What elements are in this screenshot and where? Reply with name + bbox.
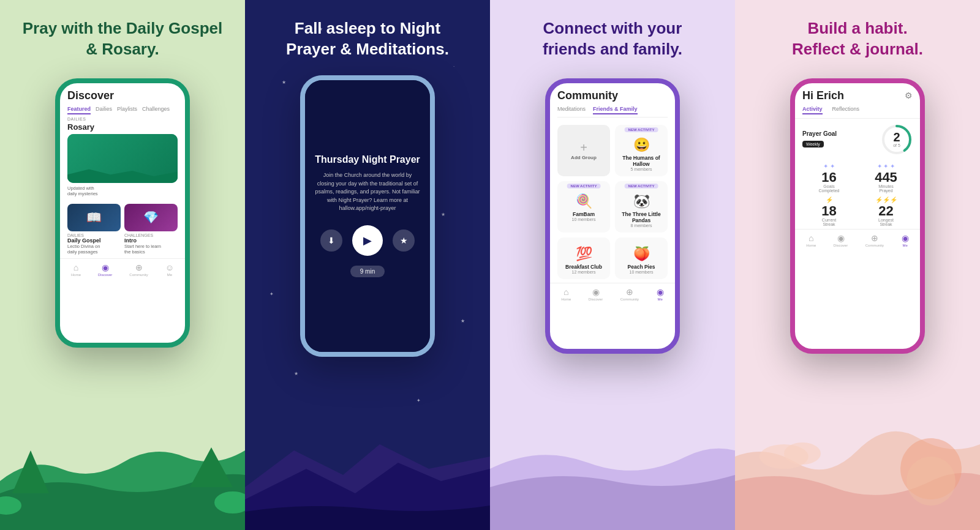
nav-community-4[interactable]: ⊕ Community [865,233,884,247]
tab-featured[interactable]: Featured [67,105,91,114]
nav-discover-label-1: Discover [98,273,112,277]
dailies-label: DAILIES [67,117,178,121]
tab-playlists[interactable]: Playlists [117,105,137,114]
sparkle-icon-1: ✦ ✦ [823,163,835,170]
discover-header: Discover Featured Dailies Playlists Chal… [60,83,185,117]
rosary-image[interactable] [67,134,178,183]
group-three-pandas[interactable]: NEW ACTIVITY 🐼 The Three Little Pandas 8… [615,181,668,233]
new-activity-badge-2: NEW ACTIVITY [567,184,601,188]
group-breakfast-club[interactable]: 💯 Breakfast Club 12 members [557,237,610,279]
group-peach-pies[interactable]: 🍑 Peach Pies 10 members [615,237,668,279]
svg-point-19 [907,457,956,506]
nav-me-3[interactable]: ◉ Me [657,287,664,301]
svg-marker-11 [12,450,49,493]
daily-gospel-desc: Lectio Divina ondaily passages [67,244,121,255]
community-title: Community [557,89,668,102]
nav-home-4[interactable]: ⌂ Home [806,233,816,247]
group-emoji-1: 😀 [633,137,650,153]
sparkle-icon-2: ✦ ✦ ✦ [877,163,895,170]
svg-point-20 [760,444,809,469]
intro-card[interactable]: 💎 CHALLENGES Intro Start here to learnth… [124,204,178,255]
panel-2-bg [245,408,490,530]
tab-activity[interactable]: Activity [802,106,823,114]
intro-image: 💎 [124,204,178,231]
panel-3-title: Connect with yourfriends and family. [543,18,682,60]
tab-challenges[interactable]: Challenges [142,105,170,114]
svg-point-15 [214,491,245,513]
daily-gospel-card[interactable]: 📖 DAILIES Daily Gospel Lectio Divina ond… [67,204,121,255]
group-name-4: Breakfast Club [565,264,602,270]
nav-community-label-3: Community [620,297,639,301]
nav-me-label-4: Me [903,244,908,247]
minutes-prayed-number: 445 [875,171,897,184]
group-emoji-2: 🍭 [576,193,592,209]
lightning-icon-1: ⚡ [826,196,833,203]
community-icon-1: ⊕ [135,263,143,272]
rosary-bg-landscape [67,166,178,182]
lightning-icon-2: ⚡⚡⚡ [875,196,897,203]
gear-icon[interactable]: ⚙ [905,91,913,100]
panel-night-prayer: ★ ✦ ★ ✦ · ★ ✦ ★ · ★ ★ ✦ Fall asleep to N… [245,0,490,530]
panel-daily-gospel: Pray with the Daily Gospel & Rosary. Dis… [0,0,245,530]
tab-reflections[interactable]: Reflections [832,106,860,114]
nav-me-4[interactable]: ◉ Me [902,233,909,247]
svg-point-21 [784,442,821,465]
nav-discover-4[interactable]: ◉ Discover [834,233,848,247]
group-emoji-4: 💯 [576,246,592,262]
panel-2-heading: Fall asleep to NightPrayer & Meditations… [268,0,467,72]
goal-circle: 2 of 5 [881,124,913,155]
nav-home-3[interactable]: ⌂ Home [561,287,571,301]
download-button[interactable]: ⬇ [320,230,342,252]
panel-profile: Build a habit.Reflect & journal. Hi Eric… [735,0,980,530]
stat-minutes-prayed: ✦ ✦ ✦ 445 MinutesPrayed [859,163,913,193]
rosary-section: DAILIES Rosary [60,117,185,200]
daily-gospel-image: 📖 [67,204,121,231]
nav-community-3[interactable]: ⊕ Community [620,287,639,301]
community-icon-4: ⊕ [871,233,878,243]
nav-discover-3[interactable]: ◉ Discover [589,287,603,301]
new-activity-badge-1: NEW ACTIVITY [625,127,658,132]
profile-header: Hi Erich ⚙ [795,83,920,106]
discover-icon-3: ◉ [592,287,600,297]
nav-community-1[interactable]: ⊕ Community [129,263,148,277]
profile-greeting: Hi Erich [802,89,844,102]
stat-goals-completed: ✦ ✦ 16 GoalsCompleted [802,163,856,193]
night-prayer-title: Thursday Night Prayer [315,154,420,165]
small-cards: 📖 DAILIES Daily Gospel Lectio Divina ond… [60,200,185,258]
svg-point-14 [0,496,21,515]
goals-completed-number: 16 [821,171,836,184]
group-emoji-5: 🍑 [633,246,650,262]
tab-friends-family[interactable]: Friends & Family [593,106,638,114]
prayer-goal-label: Prayer Goal [802,130,837,137]
phone-3-screen: Community Meditations Friends & Family +… [550,83,675,349]
group-fambam[interactable]: NEW ACTIVITY 🍭 FamBam 10 members [557,181,610,233]
add-plus-icon: + [580,141,587,155]
play-button[interactable]: ▶ [352,225,383,256]
group-members-5: 10 members [630,270,654,274]
phone-4-nav: ⌂ Home ◉ Discover ⊕ Community ◉ Me [795,229,920,250]
tab-dailies[interactable]: Dailies [96,105,112,114]
group-members-4: 12 members [572,270,596,274]
phone-mockup-1: Discover Featured Dailies Playlists Chal… [55,78,190,348]
duration-pill: 9 min [350,266,385,277]
phone-1-nav: ⌂ Home ◉ Discover ⊕ Community ☺ Me [60,258,185,279]
nav-community-label-1: Community [129,273,148,277]
community-icon-3: ⊕ [626,287,633,297]
add-group-card[interactable]: + Add Group [557,125,610,176]
svg-marker-10 [18,457,43,493]
stat-current-streak: ⚡ 18 CurrentStreak [802,196,856,226]
prayer-goal-info: Prayer Goal Weekly [802,130,837,148]
nav-discover-1[interactable]: ◉ Discover [98,263,112,277]
profile-tabs: Activity Reflections [795,106,920,119]
favorite-button[interactable]: ★ [393,230,415,252]
nav-discover-label-3: Discover [589,297,603,301]
tab-meditations[interactable]: Meditations [557,106,586,114]
nav-home-1[interactable]: ⌂ Home [71,263,81,277]
group-emoji-3: 🐼 [633,193,650,209]
panel-1-bg [0,408,245,530]
group-members-1: 5 members [630,167,652,171]
current-streak-number: 18 [821,204,836,218]
group-humans-hallow[interactable]: NEW ACTIVITY 😀 The Humans of Hallow 5 me… [615,125,668,176]
weekly-badge: Weekly [802,141,824,147]
nav-me-1[interactable]: ☺ Me [165,263,174,277]
